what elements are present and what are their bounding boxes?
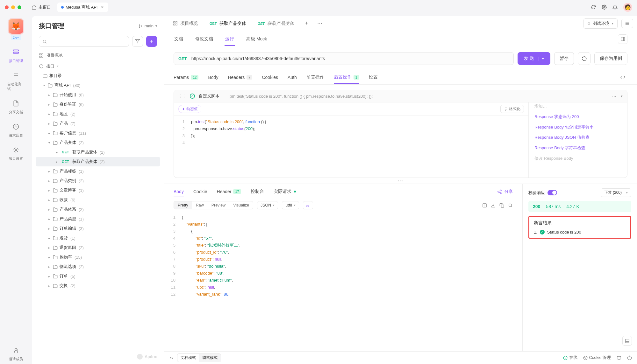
snippet-partial-bottom[interactable]: 修改 Response Body	[534, 155, 621, 162]
rail-automation-testing[interactable]: 自动化测试	[5, 68, 27, 94]
snippet-link[interactable]: Response Body 字符串检查	[534, 145, 621, 151]
subtab-run[interactable]: 运行	[225, 32, 235, 46]
project-tab[interactable]: Medusa 商城 API ✕	[57, 3, 108, 12]
drag-handle-icon[interactable]: ⋮⋮	[178, 94, 186, 98]
trash-button[interactable]	[617, 355, 621, 360]
resp-tab-实际请求[interactable]: 实际请求	[274, 186, 296, 198]
tree-folder-item[interactable]: ▸产品标签(1)	[36, 166, 160, 176]
expand-icon[interactable]	[482, 203, 487, 208]
tree-folder-item[interactable]: ▸订单(5)	[36, 271, 160, 281]
api-section-header[interactable]: 接口 ▾	[32, 60, 164, 71]
subtab-doc[interactable]: 文档	[174, 32, 184, 46]
tree-folder-item[interactable]: ▸退货(1)	[36, 233, 160, 243]
subtab-edit-doc[interactable]: 修改文档	[195, 32, 214, 46]
rail-share-docs[interactable]: 分享文档	[5, 96, 27, 117]
seg-pretty[interactable]: Pretty	[174, 201, 192, 209]
snippet-partial-top[interactable]: 增加…	[534, 103, 621, 110]
resp-tab-body[interactable]: Body	[174, 186, 184, 197]
req-tab-headers[interactable]: Headers7	[228, 72, 252, 83]
tree-folder-item[interactable]: ▸身份验证(6)	[36, 100, 160, 109]
copy-icon[interactable]	[499, 203, 504, 208]
layout-toggle-button[interactable]	[618, 34, 627, 44]
tree-folder-item[interactable]: ▸订单编辑(3)	[36, 224, 160, 233]
add-button[interactable]: +	[146, 36, 157, 47]
home-tab[interactable]: 主窗口	[28, 3, 55, 12]
main-tab-2[interactable]: GET 获取产品变体	[253, 18, 299, 30]
tree-folder-item[interactable]: ▸产品(7)	[36, 119, 160, 128]
req-tab-params[interactable]: Params12	[174, 72, 198, 83]
send-button[interactable]: 发 送 ▾	[518, 52, 550, 65]
more-icon[interactable]: ⋯	[612, 94, 616, 99]
url-input[interactable]	[191, 56, 513, 61]
share-button[interactable]: 分享	[505, 189, 513, 194]
verify-toggle[interactable]	[548, 190, 557, 195]
collapse-sidebar-button[interactable]	[169, 355, 174, 360]
format-selector[interactable]: JSON▾	[257, 201, 278, 209]
environment-selector[interactable]: 测试环境 ▾	[583, 18, 618, 29]
close-tab-button[interactable]: ✕	[101, 5, 104, 10]
seg-raw[interactable]: Raw	[192, 201, 208, 209]
req-tab-后置操作[interactable]: 后置操作1	[334, 71, 359, 83]
tree-folder-item[interactable]: ▸交换(2)	[36, 281, 160, 290]
search-input[interactable]	[39, 36, 129, 47]
snippet-link[interactable]: Response 状态码为 200	[534, 114, 621, 120]
tree-folder-item[interactable]: ▸地区(2)	[36, 109, 160, 119]
search-response-icon[interactable]	[508, 203, 513, 208]
expand-response-button[interactable]	[622, 336, 632, 346]
snippet-link[interactable]: Response Body 包含指定字符串	[534, 124, 621, 131]
method-selector[interactable]: GET	[174, 56, 191, 61]
settings-icon[interactable]	[602, 5, 607, 10]
online-status[interactable]: 在线	[563, 355, 577, 360]
tree-folder-item[interactable]: 根目录	[36, 71, 160, 80]
add-tab-button[interactable]: +	[300, 18, 313, 29]
resize-handle[interactable]: •••	[164, 178, 637, 184]
cookie-manage-button[interactable]: Cookie 管理	[583, 355, 611, 360]
save-case-button[interactable]: 保存为用例	[594, 52, 627, 65]
menu-button[interactable]	[621, 19, 633, 28]
user-avatar[interactable]: 🧑	[623, 3, 632, 12]
main-tab-overview[interactable]: 项目概览	[168, 18, 203, 30]
tree-api-item[interactable]: ▸GET获取产品变体(2)	[36, 147, 160, 157]
tree-folder-item[interactable]: ▸开始使用(8)	[36, 90, 160, 100]
rail-project-settings[interactable]: 项目设置	[5, 143, 27, 164]
doc-mode-button[interactable]: 文档模式	[177, 354, 199, 362]
req-tab-cookies[interactable]: Cookies	[262, 72, 278, 83]
send-dropdown-icon[interactable]: ▾	[539, 57, 544, 61]
req-tab-前置操作[interactable]: 前置操作	[306, 71, 324, 83]
seg-visualize[interactable]: Visualize	[229, 201, 253, 209]
rail-invite-members[interactable]: 邀请成员	[5, 343, 27, 364]
tree-folder-item[interactable]: ▾产品变体(2)	[36, 138, 160, 147]
wrap-toggle[interactable]	[303, 201, 313, 209]
project-avatar[interactable]: 🦊 公开	[9, 19, 23, 40]
resp-tab-控制台[interactable]: 控制台	[251, 186, 264, 198]
refresh-icon[interactable]	[591, 5, 596, 10]
req-tab-body[interactable]: Body	[208, 72, 218, 83]
req-tab-设置[interactable]: 设置	[369, 71, 378, 83]
encoding-selector[interactable]: utf8▾	[282, 201, 299, 209]
tree-api-item[interactable]: ▸GET获取产品变体(2)	[36, 157, 160, 166]
snippet-link[interactable]: Response Body JSON 值检查	[534, 134, 621, 141]
tree-folder-item[interactable]: ▸收款(6)	[36, 195, 160, 205]
seg-preview[interactable]: Preview	[208, 201, 229, 209]
tree-folder-item[interactable]: ▸产品体系(2)	[36, 205, 160, 214]
tab-menu-button[interactable]: ⋯	[314, 18, 326, 29]
tree-folder-item[interactable]: ▸购物车(15)	[36, 252, 160, 262]
tree-folder-item[interactable]: ▸客户信息(11)	[36, 128, 160, 138]
tree-folder-item[interactable]: ▸产品类别(2)	[36, 176, 160, 186]
dynamic-value-chip[interactable]: ✦ 动态值	[178, 105, 201, 113]
download-icon[interactable]	[491, 203, 496, 208]
rail-api-management[interactable]: 接口管理	[5, 45, 27, 66]
save-draft-button[interactable]: 暂存	[554, 52, 574, 65]
filter-button[interactable]	[132, 36, 143, 47]
script-editor[interactable]: 1 2 3 4 pm.test("Status code is 200", fu…	[174, 116, 528, 149]
resp-tab-cookie[interactable]: Cookie	[193, 186, 207, 197]
format-chip[interactable]: 格式化	[500, 105, 524, 113]
minimize-window-button[interactable]	[11, 5, 15, 9]
rail-request-history[interactable]: 请求历史	[5, 120, 27, 140]
bell-icon[interactable]	[612, 5, 618, 10]
help-button[interactable]	[627, 355, 632, 360]
collapse-icon[interactable]: ▾	[621, 94, 623, 98]
tree-folder-item[interactable]: ▸退货原因(2)	[36, 243, 160, 252]
tree-folder-item[interactable]: ▸物流选项(2)	[36, 262, 160, 271]
tree-folder-item[interactable]: ▾商城 API(80)	[36, 80, 160, 90]
